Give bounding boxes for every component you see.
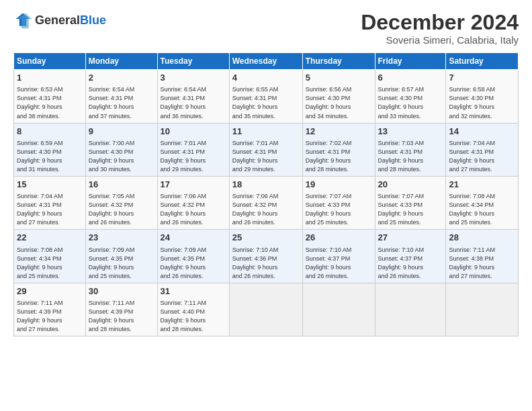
day-info: Sunrise: 7:10 AM Sunset: 4:37 PM Dayligh… [306,246,372,281]
day-info: Sunrise: 7:06 AM Sunset: 4:32 PM Dayligh… [161,192,226,227]
table-row: 3Sunrise: 6:54 AM Sunset: 4:31 PM Daylig… [157,70,229,123]
table-row: 24Sunrise: 7:09 AM Sunset: 4:35 PM Dayli… [157,230,229,283]
col-sunday: Sunday [14,53,86,70]
day-info: Sunrise: 6:53 AM Sunset: 4:31 PM Dayligh… [17,85,83,120]
day-info: Sunrise: 7:00 AM Sunset: 4:30 PM Dayligh… [89,139,154,174]
table-row: 29Sunrise: 7:11 AM Sunset: 4:39 PM Dayli… [14,283,86,336]
table-row: 20Sunrise: 7:07 AM Sunset: 4:33 PM Dayli… [375,176,446,229]
day-number: 11 [232,126,300,138]
day-number: 16 [89,179,154,191]
day-number: 9 [89,126,154,138]
day-number: 24 [161,232,226,244]
day-info: Sunrise: 6:59 AM Sunset: 4:30 PM Dayligh… [17,139,83,174]
day-info: Sunrise: 7:05 AM Sunset: 4:32 PM Dayligh… [89,192,154,227]
table-row: 6Sunrise: 6:57 AM Sunset: 4:30 PM Daylig… [375,70,446,123]
table-row: 22Sunrise: 7:08 AM Sunset: 4:34 PM Dayli… [14,230,86,283]
month-year-title: December 2024 [361,11,519,34]
col-monday: Monday [85,53,157,70]
page: GeneralBlue December 2024 Soveria Simeri… [0,0,532,411]
day-info: Sunrise: 7:01 AM Sunset: 4:31 PM Dayligh… [161,139,226,174]
col-friday: Friday [375,53,446,70]
week-row: 22Sunrise: 7:08 AM Sunset: 4:34 PM Dayli… [14,230,519,283]
day-info: Sunrise: 7:10 AM Sunset: 4:37 PM Dayligh… [378,246,443,281]
week-row: 1Sunrise: 6:53 AM Sunset: 4:31 PM Daylig… [14,70,519,123]
day-number: 7 [449,72,515,84]
day-number: 28 [449,232,515,244]
table-row: 15Sunrise: 7:04 AM Sunset: 4:31 PM Dayli… [14,176,86,229]
table-row [302,283,375,336]
table-row: 8Sunrise: 6:59 AM Sunset: 4:30 PM Daylig… [14,123,86,176]
header: GeneralBlue December 2024 Soveria Simeri… [13,11,519,46]
day-number: 13 [378,126,443,138]
logo: GeneralBlue [13,11,106,30]
day-info: Sunrise: 7:11 AM Sunset: 4:38 PM Dayligh… [449,246,515,281]
table-row: 28Sunrise: 7:11 AM Sunset: 4:38 PM Dayli… [446,230,519,283]
day-info: Sunrise: 7:11 AM Sunset: 4:39 PM Dayligh… [17,299,83,334]
day-number: 27 [378,232,443,244]
table-row [446,283,519,336]
table-row [229,283,302,336]
day-info: Sunrise: 6:56 AM Sunset: 4:30 PM Dayligh… [306,85,372,120]
logo-blue: Blue [80,13,106,27]
day-info: Sunrise: 6:58 AM Sunset: 4:30 PM Dayligh… [449,85,515,120]
day-info: Sunrise: 7:03 AM Sunset: 4:31 PM Dayligh… [378,139,443,174]
day-number: 25 [232,232,300,244]
col-thursday: Thursday [302,53,375,70]
table-row: 31Sunrise: 7:11 AM Sunset: 4:40 PM Dayli… [157,283,229,336]
col-tuesday: Tuesday [157,53,229,70]
table-row: 1Sunrise: 6:53 AM Sunset: 4:31 PM Daylig… [14,70,86,123]
day-number: 20 [378,179,443,191]
day-number: 26 [306,232,372,244]
day-number: 6 [378,72,443,84]
day-number: 15 [17,179,83,191]
day-info: Sunrise: 7:01 AM Sunset: 4:31 PM Dayligh… [232,139,300,174]
day-number: 4 [232,72,300,84]
day-number: 5 [306,72,372,84]
day-number: 10 [161,126,226,138]
header-row: Sunday Monday Tuesday Wednesday Thursday… [14,53,519,70]
table-row: 5Sunrise: 6:56 AM Sunset: 4:30 PM Daylig… [302,70,375,123]
day-info: Sunrise: 7:11 AM Sunset: 4:40 PM Dayligh… [161,299,226,334]
day-info: Sunrise: 6:54 AM Sunset: 4:31 PM Dayligh… [89,85,154,120]
table-row [375,283,446,336]
table-row: 19Sunrise: 7:07 AM Sunset: 4:33 PM Dayli… [302,176,375,229]
logo-icon [13,11,32,30]
day-info: Sunrise: 7:08 AM Sunset: 4:34 PM Dayligh… [17,246,83,281]
table-row: 25Sunrise: 7:10 AM Sunset: 4:36 PM Dayli… [229,230,302,283]
day-number: 18 [232,179,300,191]
day-number: 31 [161,285,226,298]
table-row: 30Sunrise: 7:11 AM Sunset: 4:39 PM Dayli… [85,283,157,336]
table-row: 7Sunrise: 6:58 AM Sunset: 4:30 PM Daylig… [446,70,519,123]
table-row: 17Sunrise: 7:06 AM Sunset: 4:32 PM Dayli… [157,176,229,229]
title-block: December 2024 Soveria Simeri, Calabria, … [361,11,519,46]
day-number: 29 [17,285,83,298]
table-row: 23Sunrise: 7:09 AM Sunset: 4:35 PM Dayli… [85,230,157,283]
day-info: Sunrise: 7:04 AM Sunset: 4:31 PM Dayligh… [17,192,83,227]
day-info: Sunrise: 7:08 AM Sunset: 4:34 PM Dayligh… [449,192,515,227]
day-info: Sunrise: 7:07 AM Sunset: 4:33 PM Dayligh… [378,192,443,227]
day-info: Sunrise: 7:09 AM Sunset: 4:35 PM Dayligh… [89,246,154,281]
day-info: Sunrise: 6:57 AM Sunset: 4:30 PM Dayligh… [378,85,443,120]
day-info: Sunrise: 7:02 AM Sunset: 4:31 PM Dayligh… [306,139,372,174]
week-row: 8Sunrise: 6:59 AM Sunset: 4:30 PM Daylig… [14,123,519,176]
logo-text: GeneralBlue [35,13,106,28]
calendar-table: Sunday Monday Tuesday Wednesday Thursday… [13,52,519,336]
table-row: 18Sunrise: 7:06 AM Sunset: 4:32 PM Dayli… [229,176,302,229]
table-row: 16Sunrise: 7:05 AM Sunset: 4:32 PM Dayli… [85,176,157,229]
day-number: 19 [306,179,372,191]
logo-general: General [35,13,80,27]
day-number: 1 [17,72,83,84]
day-info: Sunrise: 6:55 AM Sunset: 4:31 PM Dayligh… [232,85,300,120]
day-info: Sunrise: 7:04 AM Sunset: 4:31 PM Dayligh… [449,139,515,174]
location-subtitle: Soveria Simeri, Calabria, Italy [361,34,519,46]
day-info: Sunrise: 7:06 AM Sunset: 4:32 PM Dayligh… [232,192,300,227]
day-number: 17 [161,179,226,191]
day-number: 30 [89,285,154,298]
day-number: 3 [161,72,226,84]
table-row: 27Sunrise: 7:10 AM Sunset: 4:37 PM Dayli… [375,230,446,283]
table-row: 21Sunrise: 7:08 AM Sunset: 4:34 PM Dayli… [446,176,519,229]
day-number: 21 [449,179,515,191]
table-row: 11Sunrise: 7:01 AM Sunset: 4:31 PM Dayli… [229,123,302,176]
col-saturday: Saturday [446,53,519,70]
day-number: 14 [449,126,515,138]
